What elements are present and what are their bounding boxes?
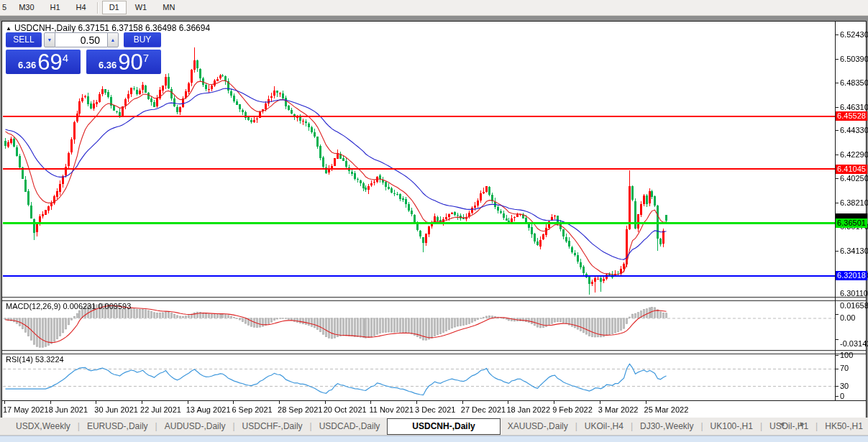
timeframe-toolbar: 5M30H1H4D1W1MN [0,0,868,16]
price-axis-tick: 6.30110 [840,289,868,298]
sell-price-display[interactable]: 6.36694 [6,50,81,74]
timeframe-button-d1[interactable]: D1 [102,1,127,14]
lot-decrease-button[interactable]: ▼ [44,32,55,47]
indicator-axis-tick: 0.016586 [840,301,868,310]
indicator-axis-tick: 0 [840,392,844,400]
date-axis-label: 25 Mar 2022 [644,405,689,414]
price-axis-tick: 6.50390 [840,55,868,63]
rsi-pane-splitter[interactable] [2,350,866,354]
date-axis-label: 13 Aug 2021 [186,405,231,414]
price-axis-tick: 6.34130 [840,247,868,255]
chart-tab-hk50-h1[interactable]: HK50-,H1 [818,418,868,434]
sell-price-sup: 4 [63,52,68,64]
status-bar [0,436,868,442]
chart-tab-usdchf-daily[interactable]: USDCHF-,Daily [235,418,310,434]
chart-tab-audusd-daily[interactable]: AUDUSD-,Daily [157,418,233,434]
indicator-axis-tick: -0.03142 [840,339,868,348]
chart-tab-usdx-weekly[interactable]: USDX,Weekly [9,418,78,434]
toolbar-separator [97,2,99,14]
date-axis-label: 17 May 2021 [3,405,49,414]
timeframe-button-h4[interactable]: H4 [69,1,93,14]
sell-price-prefix: 6.36 [18,60,36,70]
level-price-badge: 6.32018 [836,271,867,280]
timeframe-button-h1[interactable]: H1 [43,1,68,14]
level-price-badge: 6.45528 [836,111,867,121]
price-axis-tick: 6.38210 [840,198,868,207]
lot-increase-button[interactable]: ▲ [107,32,119,47]
lot-size-input[interactable] [55,32,107,47]
time-axis-divider [2,400,866,401]
price-axis-tick: 6.42290 [840,150,868,159]
macd-pane-splitter[interactable] [2,297,866,301]
buy-price-display[interactable]: 6.36907 [86,50,161,74]
timeframe-button-5[interactable]: 5 [1,1,10,14]
price-axis-tick: 6.52430 [840,30,868,39]
symbol-triangle-icon: ▲ [6,25,12,32]
price-axis-tick: 6.44330 [840,126,868,134]
date-axis-label: 3 Mar 2022 [598,405,639,414]
chart-tab-uk100-h1[interactable]: UK100-,H1 [703,418,760,434]
level-price-badge: 6.41045 [836,165,867,174]
date-axis-label: 6 Sep 2021 [232,405,272,414]
date-axis-label: 28 Sep 2021 [278,405,322,414]
chart-tab-dj30-weekly[interactable]: DJ30-,Weekly [633,418,700,434]
price-axis-divider [835,22,836,400]
chart-tab-ukoil-h4[interactable]: UKOil-,H4 [577,418,631,434]
one-click-trading-panel: SELL ▼ ▲ BUY 6.36694 6.36907 [6,32,161,74]
tab-scroll-arrows[interactable]: ◄ ► [778,420,812,428]
date-axis-label: 11 Nov 2021 [369,405,414,414]
macd-indicator-label: MACD(12,26,9) 0.006231 0.009593 [6,302,131,310]
price-axis-tick: 6.48350 [840,78,868,87]
chart-title-ohlc: 6.37151 6.37158 6.36498 6.36694 [78,23,211,33]
date-axis-label: 9 Feb 2022 [552,405,593,414]
date-axis-label: 27 Dec 2021 [461,405,506,414]
indicator-axis-tick: 30 [840,382,849,390]
date-axis-label: 8 Jun 2021 [49,405,88,414]
indicator-axis-tick: 70 [840,364,849,372]
indicator-axis-tick: 100 [840,351,853,359]
indicator-axis-tick: 0.00 [840,313,855,322]
chart-tab-bar: USDX,Weekly|EURUSD-,Daily|AUDUSD-,Daily|… [0,418,868,436]
chart-title: ▲USDCNH-,Daily 6.37151 6.37158 6.36498 6… [6,23,210,33]
date-axis-label: 18 Jan 2022 [506,405,550,414]
date-axis-label: 22 Jul 2021 [140,405,181,414]
date-axis-label: 3 Dec 2021 [415,405,455,414]
timeframe-button-mn[interactable]: MN [155,1,182,14]
rsi-indicator-label: RSI(14) 53.3224 [6,355,64,364]
buy-button[interactable]: BUY [124,32,161,47]
price-axis-tick: 6.46310 [840,103,868,111]
chart-title-symbol: USDCNH-,Daily [14,23,76,33]
sell-price-big: 69 [37,52,62,73]
timeframe-button-w1[interactable]: W1 [128,1,155,14]
chart-tab-usdcad-daily[interactable]: USDCAD-,Daily [312,418,388,434]
level-price-badge: 6.36501 [836,218,867,228]
chart-tab-usdcnh-daily[interactable]: USDCNH-,Daily [387,418,500,435]
price-axis-tick: 6.40250 [840,174,868,183]
buy-price-prefix: 6.36 [99,60,117,70]
buy-price-sup: 7 [143,52,149,64]
chart-tab-eurusd-daily[interactable]: EURUSD-,Daily [80,418,155,434]
date-axis-label: 20 Oct 2021 [324,405,367,414]
date-axis-label: 30 Jun 2021 [94,405,138,414]
buy-price-big: 90 [118,52,142,73]
sell-button[interactable]: SELL [6,32,42,47]
application-window: 5M30H1H4D1W1MN ▲USDCNH-,Daily 6.37151 6.… [0,0,868,442]
chart-tab-xauusd-daily[interactable]: XAUUSD-,Daily [501,418,575,434]
timeframe-button-m30[interactable]: M30 [12,1,41,14]
